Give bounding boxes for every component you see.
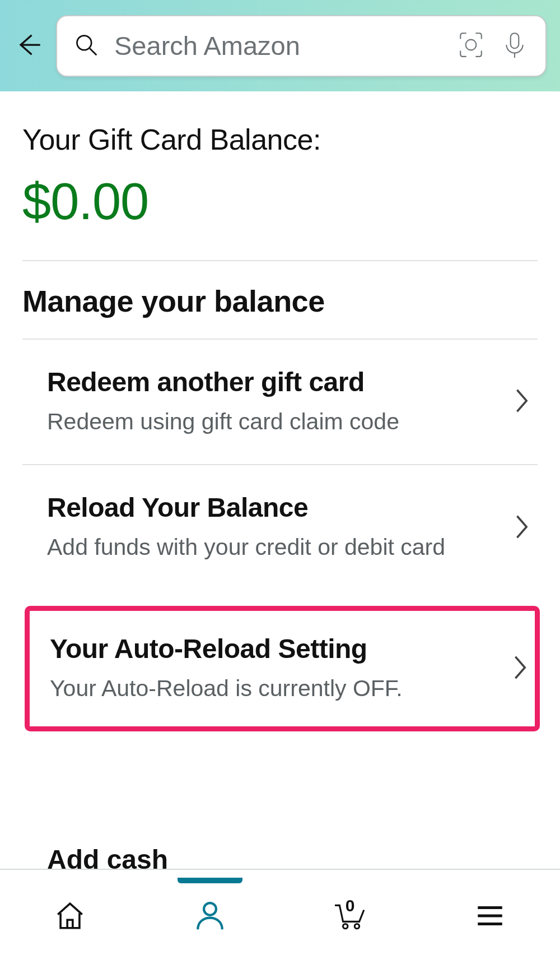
menu-item-autoreload[interactable]: Your Auto-Reload Setting Your Auto-Reloa… (25, 606, 540, 731)
menu-item-addcash-title: Add cash (22, 824, 538, 869)
content-peek: Add cash (0, 824, 560, 869)
cart-count: 0 (346, 896, 355, 915)
divider (22, 260, 538, 261)
svg-point-0 (77, 35, 92, 50)
menu-item-title: Your Auto-Reload Setting (50, 633, 403, 664)
search-placeholder: Search Amazon (114, 30, 441, 61)
balance-label: Your Gift Card Balance: (22, 123, 538, 156)
menu-item-reload[interactable]: Reload Your Balance Add funds with your … (22, 465, 538, 590)
svg-rect-2 (511, 33, 519, 48)
section-title: Manage your balance (22, 284, 538, 318)
microphone-icon[interactable] (501, 31, 529, 61)
nav-profile[interactable] (160, 883, 260, 951)
profile-icon (194, 900, 226, 934)
app-header: Search Amazon (0, 0, 560, 91)
search-icon (74, 33, 99, 59)
menu-item-subtitle: Your Auto-Reload is currently OFF. (50, 673, 403, 704)
svg-point-3 (204, 903, 216, 915)
nav-home[interactable] (20, 883, 120, 951)
svg-point-5 (354, 924, 359, 929)
menu-item-text: Your Auto-Reload Setting Your Auto-Reloa… (50, 633, 403, 704)
menu-item-text: Reload Your Balance Add funds with your … (47, 492, 445, 563)
nav-cart[interactable]: 0 (300, 883, 400, 951)
main-content: Your Gift Card Balance: $0.00 Manage you… (0, 91, 560, 731)
menu-item-title: Redeem another gift card (47, 367, 399, 397)
menu-item-subtitle: Add funds with your credit or debit card (47, 532, 445, 563)
chevron-right-icon (501, 654, 529, 683)
chevron-right-icon (503, 513, 531, 543)
menu-item-redeem[interactable]: Redeem another gift card Redeem using gi… (22, 340, 538, 465)
svg-point-4 (343, 924, 348, 929)
menu-item-subtitle: Redeem using gift card claim code (47, 406, 399, 437)
nav-menu[interactable] (440, 883, 540, 951)
hamburger-icon (474, 900, 506, 934)
search-bar[interactable]: Search Amazon (56, 15, 547, 77)
menu-item-text: Redeem another gift card Redeem using gi… (47, 367, 399, 437)
back-icon[interactable] (13, 30, 43, 62)
home-icon (54, 900, 86, 934)
active-tab-indicator (178, 878, 242, 883)
camera-scan-icon[interactable] (457, 31, 485, 61)
chevron-right-icon (503, 387, 531, 416)
menu-item-title: Reload Your Balance (47, 492, 445, 523)
svg-point-1 (466, 39, 477, 50)
bottom-nav: 0 (0, 869, 560, 964)
balance-value: $0.00 (22, 172, 538, 231)
